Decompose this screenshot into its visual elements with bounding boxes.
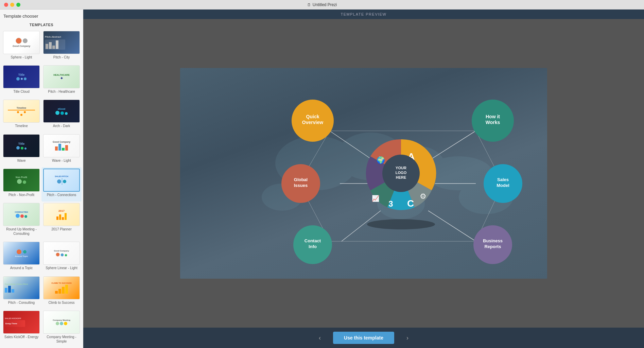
svg-text:🌍: 🌍 [377, 156, 385, 164]
template-thumb-sphere-linear: Good Company [43, 242, 80, 265]
template-name-sphere-linear: Sphere Linear - Light [46, 266, 77, 270]
svg-text:Issues: Issues [294, 183, 308, 188]
template-thumb-pitch-healthcare: HEALTHCARE ✚ [43, 65, 80, 88]
template-name-climb-success: Climb to Success [48, 300, 74, 305]
template-item-arch-dark[interactable]: eGood Arch - Dark [41, 98, 82, 133]
template-name-wave: Wave [17, 158, 25, 163]
templates-grid: Good Company Sphere - Light Pitch-Abstra… [0, 30, 83, 348]
template-name-roundup-consulting: Round Up Meeting - Consulting [3, 227, 40, 236]
svg-text:⚙: ⚙ [420, 192, 427, 201]
svg-point-23 [367, 219, 435, 229]
preview-area: A ⚙ C 3 📈 🌍 YOUR LOGO HERE [83, 19, 644, 328]
template-name-around-topic: Around a Topic [10, 266, 33, 270]
svg-text:Info: Info [309, 244, 317, 249]
template-name-pitch-healthcare: Pitch - Healthcare [48, 89, 75, 94]
next-arrow[interactable]: › [401, 332, 414, 344]
doc-icon: 🗒 [307, 3, 311, 7]
template-item-title-cloud[interactable]: Title Title Cloud [1, 64, 41, 98]
bottom-bar: ‹ Use this template › [83, 328, 644, 348]
svg-text:LOGO: LOGO [396, 171, 407, 175]
template-thumb-arch-dark: eGood [43, 100, 80, 123]
template-thumb-around-topic: Around Topic [3, 242, 40, 265]
template-thumb-pitch-connections: SALES PITCH [43, 169, 80, 192]
title-bar: 🗒 Untitled Prezi [0, 0, 644, 10]
template-name-company-meeting: Company Meeting - Simple [43, 335, 80, 344]
svg-text:Quick: Quick [306, 114, 319, 119]
prev-arrow[interactable]: ‹ [313, 332, 326, 344]
template-thumb-timeline: Timeline [3, 100, 40, 123]
svg-text:3: 3 [388, 199, 393, 208]
template-thumb-company-meeting: Company Meeting [43, 311, 80, 334]
template-item-2017-planner[interactable]: 2017 2017 Planner [41, 202, 82, 240]
svg-line-12 [428, 211, 476, 241]
template-item-timeline[interactable]: Timeline Timeline [1, 98, 41, 133]
template-item-company-meeting[interactable]: Company Meeting Company Meeting - Simple [41, 309, 82, 348]
close-button[interactable] [4, 3, 8, 7]
template-name-wave-light: Wave - Light [52, 158, 71, 163]
preview-header: TEMPLATE PREVIEW [83, 10, 644, 19]
template-name-pitch-connections: Pitch - Connections [47, 193, 76, 197]
sidebar: Template chooser TEMPLATES Good Company … [0, 10, 83, 348]
template-item-pitch-connections[interactable]: SALES PITCH Pitch - Connections [41, 167, 82, 202]
template-name-pitch-nonprofit: Pitch - Non-Profit [8, 193, 34, 197]
app-container: Template chooser TEMPLATES Good Company … [0, 10, 644, 348]
template-item-pitch-healthcare[interactable]: HEALTHCARE ✚ Pitch - Healthcare [41, 64, 82, 98]
template-thumb-pitch-nonprofit: Non Profit [3, 169, 40, 192]
svg-text:Reports: Reports [484, 244, 501, 249]
template-item-pitch-city[interactable]: Pitch-Abstract Pitch - City [41, 30, 82, 64]
minimize-button[interactable] [10, 3, 14, 7]
template-item-around-topic[interactable]: Around Topic Around a Topic [1, 240, 41, 275]
template-thumb-pitch-city: Pitch-Abstract [43, 31, 80, 54]
template-name-pitch-city: Pitch - City [53, 55, 70, 59]
svg-text:YOUR: YOUR [396, 166, 406, 170]
template-item-sphere-light[interactable]: Good Company Sphere - Light [1, 30, 41, 64]
template-name-timeline: Timeline [15, 124, 28, 128]
template-name-sales-kickoff: Sales KickOff - Energy [4, 335, 38, 339]
template-item-climb-success[interactable]: CLIMB TO SUCCESS Climb to Success [41, 275, 82, 309]
template-thumb-pitch-consulting: Consulting / Sales Pitch [3, 276, 40, 299]
svg-text:Works: Works [486, 120, 500, 125]
svg-text:Sales: Sales [497, 177, 509, 182]
svg-text:Overview: Overview [302, 120, 323, 125]
main-content: TEMPLATE PREVIEW [83, 10, 644, 348]
template-item-roundup-consulting[interactable]: CONSULTING Round Up Meeting - Consulting [1, 202, 41, 240]
use-template-button[interactable]: Use this template [333, 332, 394, 344]
svg-text:Business: Business [483, 238, 503, 243]
template-thumb-climb-success: CLIMB TO SUCCESS [43, 276, 80, 299]
template-thumb-sphere-light: Good Company [3, 31, 40, 54]
sidebar-header: Template chooser [0, 10, 83, 21]
svg-text:C: C [407, 198, 414, 209]
svg-text:Contact: Contact [304, 238, 321, 243]
template-thumb-title-cloud: Title [3, 65, 40, 88]
maximize-button[interactable] [16, 3, 20, 7]
template-thumb-2017-planner: 2017 [43, 203, 80, 226]
template-thumb-wave-light: Good Company [43, 134, 80, 157]
template-name-sphere-light: Sphere - Light [11, 55, 32, 59]
template-thumb-sales-kickoff: SALES KICKOFF Energy Theme [3, 311, 40, 334]
template-item-pitch-nonprofit[interactable]: Non Profit Pitch - Non-Profit [1, 167, 41, 202]
template-name-pitch-consulting: Pitch - Consulting [8, 300, 35, 305]
template-item-wave-light[interactable]: Good Company Wave - Light [41, 133, 82, 167]
preview-canvas: A ⚙ C 3 📈 🌍 YOUR LOGO HERE [180, 68, 547, 279]
template-item-sphere-linear[interactable]: Good Company Sphere Linear - Light [41, 240, 82, 275]
template-thumb-roundup: CONSULTING [3, 203, 40, 226]
template-name-2017-planner: 2017 Planner [51, 227, 72, 231]
template-item-wave[interactable]: Title Wave [1, 133, 41, 167]
window-title: 🗒 Untitled Prezi [307, 2, 337, 7]
template-item-pitch-consulting[interactable]: Consulting / Sales Pitch Pitch - Consult… [1, 275, 41, 309]
template-thumb-wave: Title [3, 134, 40, 157]
svg-text:Model: Model [497, 183, 509, 188]
svg-text:How it: How it [486, 114, 500, 119]
svg-text:Global: Global [294, 177, 308, 182]
svg-text:📈: 📈 [372, 195, 380, 202]
template-item-sales-kickoff[interactable]: SALES KICKOFF Energy Theme Sales KickOff… [1, 309, 41, 348]
templates-section-label: TEMPLATES [0, 21, 83, 30]
template-name-arch-dark: Arch - Dark [53, 124, 70, 128]
traffic-lights [4, 3, 20, 7]
svg-text:HERE: HERE [396, 175, 406, 179]
template-name-title-cloud: Title Cloud [13, 89, 29, 94]
